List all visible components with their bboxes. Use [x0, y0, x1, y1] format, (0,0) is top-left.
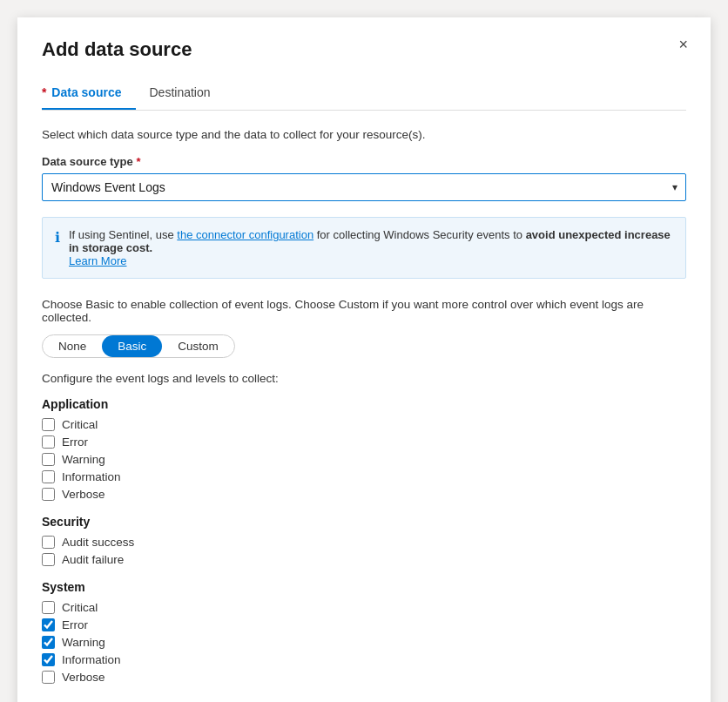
tab-bar: * Data source Destination — [42, 78, 686, 111]
application-warning-checkbox[interactable] — [42, 453, 55, 466]
list-item: Warning — [42, 636, 686, 649]
list-item: Audit failure — [42, 553, 686, 566]
security-section-title: Security — [42, 515, 686, 529]
data-source-type-select[interactable]: Windows Event Logs Linux Syslog Windows … — [42, 173, 686, 201]
list-item: Error — [42, 618, 686, 631]
page-description: Select which data source type and the da… — [42, 128, 686, 141]
system-section: System Critical Error Warning Informatio… — [42, 580, 686, 684]
security-audit-failure-checkbox[interactable] — [42, 553, 55, 566]
field-required-star: * — [136, 155, 140, 168]
system-warning-checkbox[interactable] — [42, 636, 55, 649]
system-error-checkbox[interactable] — [42, 618, 55, 631]
list-item: Verbose — [42, 671, 686, 684]
learn-more-link[interactable]: Learn More — [69, 254, 126, 267]
list-item: Information — [42, 470, 686, 483]
data-source-type-wrapper: Windows Event Logs Linux Syslog Windows … — [42, 173, 686, 201]
data-source-type-label: Data source type * — [42, 155, 686, 168]
list-item: Audit success — [42, 536, 686, 549]
tab-data-source[interactable]: * Data source — [42, 78, 136, 110]
collection-mode-toggle: None Basic Custom — [42, 334, 235, 358]
application-section: Application Critical Error Warning Infor… — [42, 397, 686, 501]
list-item: Error — [42, 435, 686, 449]
required-star: * — [42, 85, 46, 99]
list-item: Information — [42, 653, 686, 666]
configure-label: Configure the event logs and levels to c… — [42, 372, 686, 385]
system-critical-checkbox[interactable] — [42, 601, 55, 614]
application-error-checkbox[interactable] — [42, 435, 55, 449]
list-item: Verbose — [42, 488, 686, 501]
security-section: Security Audit success Audit failure — [42, 515, 686, 566]
application-information-checkbox[interactable] — [42, 470, 55, 483]
tab-destination[interactable]: Destination — [150, 78, 225, 110]
list-item: Warning — [42, 453, 686, 466]
toggle-none[interactable]: None — [43, 335, 102, 357]
toggle-basic[interactable]: Basic — [102, 335, 162, 357]
list-item: Critical — [42, 601, 686, 614]
dialog-title: Add data source — [42, 38, 686, 61]
application-critical-checkbox[interactable] — [42, 418, 55, 431]
close-button[interactable]: × — [673, 33, 693, 56]
list-item: Critical — [42, 418, 686, 431]
add-data-source-dialog: Add data source × * Data source Destinat… — [17, 17, 711, 702]
choose-description: Choose Basic to enable collection of eve… — [42, 298, 686, 324]
system-section-title: System — [42, 580, 686, 594]
security-audit-success-checkbox[interactable] — [42, 536, 55, 549]
application-verbose-checkbox[interactable] — [42, 488, 55, 501]
info-banner: ℹ If using Sentinel, use the connector c… — [42, 217, 686, 279]
connector-config-link[interactable]: the connector configuration — [177, 228, 313, 241]
info-icon: ℹ — [55, 229, 60, 246]
system-verbose-checkbox[interactable] — [42, 671, 55, 684]
toggle-custom[interactable]: Custom — [162, 335, 234, 357]
application-section-title: Application — [42, 397, 686, 411]
system-information-checkbox[interactable] — [42, 653, 55, 666]
info-banner-text: If using Sentinel, use the connector con… — [69, 228, 673, 267]
